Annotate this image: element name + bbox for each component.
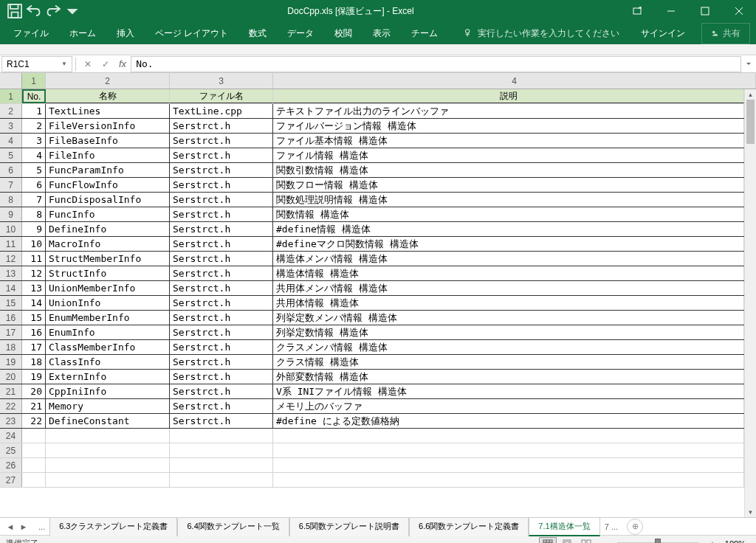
cell[interactable]: FileVersionInfo	[46, 119, 170, 133]
vertical-scrollbar[interactable]: ▲ ▼	[744, 89, 756, 517]
row-header[interactable]: 2	[0, 104, 22, 118]
cell[interactable]: 共用体情報 構造体	[273, 296, 744, 310]
page-break-view-icon[interactable]	[577, 537, 595, 544]
cell[interactable]: クラスメンバ情報 構造体	[273, 340, 744, 354]
normal-view-icon[interactable]	[539, 537, 557, 544]
row-header[interactable]: 10	[0, 222, 22, 236]
cell[interactable]: FuncDisposalInfo	[46, 193, 170, 207]
ribbon-tab[interactable]: 数式	[238, 22, 277, 45]
cell[interactable]: EnumMemberInfo	[46, 311, 170, 325]
cell[interactable]: テキストファイル出力のラインバッファ	[273, 104, 744, 118]
cell[interactable]: Serstrct.h	[170, 281, 273, 295]
ribbon-tab[interactable]: チーム	[401, 22, 448, 45]
cell[interactable]: DefineConstant	[46, 414, 170, 428]
cell[interactable]: 列挙定数メンバ情報 構造体	[273, 311, 744, 325]
cell[interactable]: Serstrct.h	[170, 148, 273, 162]
row-header[interactable]: 12	[0, 252, 22, 266]
tab-overflow-right[interactable]: 7 ...	[600, 522, 622, 531]
cell[interactable]	[273, 429, 744, 443]
cell[interactable]: StructInfo	[46, 266, 170, 280]
cell[interactable]: Serstrct.h	[170, 193, 273, 207]
cell[interactable]: ClassMemberInfo	[46, 340, 170, 354]
cell[interactable]	[170, 443, 273, 457]
cell[interactable]: MacroInfo	[46, 237, 170, 251]
cell[interactable]	[170, 458, 273, 472]
cell[interactable]	[170, 473, 273, 487]
cell[interactable]: Serstrct.h	[170, 370, 273, 384]
select-all-corner[interactable]	[0, 73, 22, 89]
cell[interactable]: UnionMemberInfo	[46, 281, 170, 295]
sheet-tab[interactable]: 6.5関数テンプレート説明書	[289, 517, 409, 536]
scroll-thumb[interactable]	[746, 100, 755, 144]
ribbon-tab[interactable]: ファイル	[3, 22, 59, 45]
ribbon-tab[interactable]: 校閲	[324, 22, 362, 45]
row-header[interactable]: 14	[0, 281, 22, 295]
cell[interactable]: 14	[22, 296, 46, 310]
ribbon-tab[interactable]: データ	[277, 22, 324, 45]
tab-nav-next-icon[interactable]: ►	[18, 519, 30, 534]
scroll-down-icon[interactable]: ▼	[745, 507, 756, 517]
ribbon-tab[interactable]: ホーム	[59, 22, 106, 45]
cell[interactable]: メモリ上のバッファ	[273, 399, 744, 413]
undo-icon[interactable]	[25, 2, 43, 20]
sheet-tab[interactable]: 6.6関数テンプレート定義書	[409, 517, 529, 536]
cell[interactable]: CppIniInfo	[46, 384, 170, 398]
cell[interactable]: 4	[22, 148, 46, 162]
row-header[interactable]: 22	[0, 399, 22, 413]
cell[interactable]: ExternInfo	[46, 370, 170, 384]
row-header[interactable]: 19	[0, 355, 22, 369]
row-header[interactable]: 1	[0, 89, 22, 103]
column-header[interactable]: 3	[170, 73, 273, 89]
cell[interactable]: FuncInfo	[46, 207, 170, 221]
cell[interactable]: Serstrct.h	[170, 311, 273, 325]
cell[interactable]: Serstrct.h	[170, 237, 273, 251]
row-header[interactable]: 16	[0, 311, 22, 325]
row-header[interactable]: 25	[0, 443, 22, 457]
cell[interactable]: 列挙定数情報 構造体	[273, 325, 744, 339]
cell[interactable]: 15	[22, 311, 46, 325]
cell[interactable]: 13	[22, 281, 46, 295]
row-header[interactable]: 17	[0, 325, 22, 339]
cell[interactable]	[22, 443, 46, 457]
cell[interactable]: FuncFlowInfo	[46, 178, 170, 192]
cell[interactable]: 18	[22, 355, 46, 369]
formula-input[interactable]: No.	[131, 56, 741, 72]
cell[interactable]	[46, 443, 170, 457]
row-header[interactable]: 20	[0, 370, 22, 384]
cell[interactable]: TextLine.cpp	[170, 104, 273, 118]
cell[interactable]: 関数情報 構造体	[273, 207, 744, 221]
zoom-out-button[interactable]: −	[597, 537, 610, 544]
row-header[interactable]: 18	[0, 340, 22, 354]
cell[interactable]: ClassInfo	[46, 355, 170, 369]
cell[interactable]	[273, 473, 744, 487]
cell[interactable]: 共用体メンバ情報 構造体	[273, 281, 744, 295]
row-header[interactable]: 6	[0, 163, 22, 177]
cell[interactable]: 22	[22, 414, 46, 428]
row-header[interactable]: 23	[0, 414, 22, 428]
cell[interactable]: 7	[22, 193, 46, 207]
row-header[interactable]: 15	[0, 296, 22, 310]
sheet-tab[interactable]: 6.3クラステンプレート定義書	[49, 517, 177, 536]
expand-formula-icon[interactable]	[741, 60, 756, 68]
cell[interactable]: Serstrct.h	[170, 119, 273, 133]
cell[interactable]: Serstrct.h	[170, 207, 273, 221]
cell[interactable]: ファイル基本情報 構造体	[273, 134, 744, 148]
cell[interactable]: 17	[22, 340, 46, 354]
cell[interactable]: FuncParamInfo	[46, 163, 170, 177]
cell[interactable]: Serstrct.h	[170, 414, 273, 428]
cell[interactable]: FileBaseInfo	[46, 134, 170, 148]
ribbon-tab[interactable]: 挿入	[106, 22, 145, 45]
ribbon-display-icon[interactable]	[620, 0, 654, 22]
scroll-up-icon[interactable]: ▲	[745, 89, 756, 100]
cell[interactable]	[22, 429, 46, 443]
cell[interactable]: 12	[22, 266, 46, 280]
cell[interactable]: Serstrct.h	[170, 384, 273, 398]
save-icon[interactable]	[6, 2, 24, 20]
row-header[interactable]: 4	[0, 134, 22, 148]
cell[interactable]: 構造体メンバ情報 構造体	[273, 252, 744, 266]
cell[interactable]	[46, 473, 170, 487]
cell[interactable]: Serstrct.h	[170, 296, 273, 310]
redo-icon[interactable]	[44, 2, 62, 20]
sheet-tab[interactable]: 7.1構造体一覧	[529, 517, 599, 536]
signin-link[interactable]: サインイン	[630, 22, 695, 45]
